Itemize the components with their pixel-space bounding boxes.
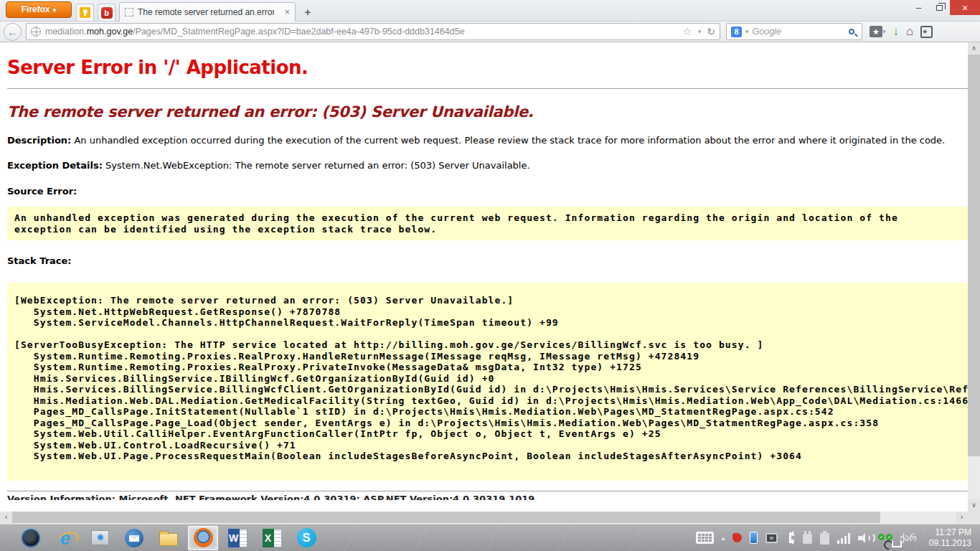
home-button[interactable]: ⌂ <box>906 24 913 39</box>
caret-down-icon: ▾ <box>882 28 886 35</box>
bookmarks-sidebar-button[interactable]: ★ <box>920 26 933 38</box>
back-button[interactable]: ← <box>4 23 22 41</box>
tab-close-icon[interactable]: × <box>284 8 290 17</box>
taskbar-app-internet-explorer[interactable]: e <box>50 526 80 550</box>
notifier-icon[interactable] <box>732 533 742 542</box>
file-explorer-icon <box>159 533 178 546</box>
taskbar-app-excel[interactable]: X <box>257 526 287 550</box>
horizontal-scroll-thumb[interactable] <box>12 512 880 523</box>
taskbar-app-firefox[interactable] <box>188 526 218 550</box>
network-signal-icon[interactable] <box>837 532 850 544</box>
scrollbar-corner <box>968 512 980 523</box>
exception-text: System.Net.WebException: The remote serv… <box>103 160 530 171</box>
new-tab-button[interactable]: + <box>298 6 317 19</box>
bluetooth-icon[interactable] <box>789 532 791 543</box>
scroll-right-button[interactable]: › <box>956 512 968 523</box>
bookmarks-menu-button[interactable]: ★▾ <box>870 26 886 37</box>
taskbar-app-skype[interactable]: S <box>291 526 321 550</box>
thunderbird-icon <box>125 529 143 547</box>
url-prefix: mediation. <box>45 27 87 37</box>
firefox-icon <box>194 528 213 547</box>
bookmark-star-icon[interactable]: ☆ <box>682 25 692 38</box>
usb-icon[interactable] <box>803 534 812 544</box>
internet-explorer-icon: e <box>60 529 70 547</box>
firefox-menu-button[interactable]: Firefox▾ <box>6 1 72 18</box>
taskbar-app-screen-viewer[interactable] <box>85 526 115 550</box>
navigation-toolbar: ← mediation.moh.gov.ge/Pages/MD_Statment… <box>0 22 980 42</box>
exception-details-line: Exception Details: System.Net.WebExcepti… <box>7 160 968 171</box>
screen-viewer-icon <box>91 530 109 545</box>
check-badge-icon: ✓ <box>878 534 885 540</box>
exception-label: Exception Details: <box>7 160 103 171</box>
url-path: /Pages/MD_StatmentRegPage.aspx?ID=bae2da… <box>133 27 465 37</box>
url-domain: moh.gov.ge <box>87 27 133 37</box>
desktop: Firefox▾ b The remote server returned an… <box>0 0 980 551</box>
firefox-menu-label: Firefox <box>22 4 50 14</box>
clock-date: 09.11.2013 <box>929 538 971 548</box>
excel-icon: X <box>263 529 282 547</box>
pinned-tab-b[interactable]: b <box>98 4 116 21</box>
restore-button[interactable] <box>929 0 950 15</box>
word-doc-shape <box>240 529 248 547</box>
b-favicon-icon: b <box>101 7 113 19</box>
blank-favicon-icon <box>125 8 133 17</box>
volume-icon[interactable] <box>858 532 874 544</box>
divider <box>7 88 968 89</box>
search-engine-dropdown-icon[interactable]: ▾ <box>745 28 749 35</box>
stack-trace-box: [WebException: The remote server returne… <box>7 283 968 481</box>
taskbar: e W X S ▴ ✓ ✓ ქარ 11:27 PM09.11.2013 <box>0 524 980 551</box>
taskbar-app-thunderbird[interactable] <box>119 526 149 550</box>
taskbar-clock[interactable]: 11:27 PM09.11.2013 <box>929 527 971 549</box>
downloads-button[interactable]: ↓ <box>893 24 900 39</box>
source-error-box: An unhandled exception was generated dur… <box>7 207 968 240</box>
error-subtitle: The remote server returned an error: (50… <box>7 103 968 121</box>
horizontal-scrollbar[interactable]: ‹ › <box>0 512 968 523</box>
active-tab[interactable]: The remote server returned an error: (… … <box>119 2 296 22</box>
bookmarks-star-icon: ★ <box>870 26 882 37</box>
source-error-label: Source Error: <box>7 186 968 197</box>
tray-expand-icon[interactable]: ▴ <box>722 534 725 542</box>
google-engine-icon[interactable]: 8 <box>731 27 742 37</box>
display-icon[interactable] <box>765 533 778 543</box>
taskbar-apps: e W X S <box>16 526 321 550</box>
taskbar-app-word[interactable]: W <box>222 526 253 550</box>
tab-title: The remote server returned an error: (… <box>138 7 274 17</box>
caret-down-icon: ▾ <box>53 6 57 14</box>
scroll-down-button[interactable]: ∨ <box>968 499 980 512</box>
description-label: Description: <box>7 135 71 146</box>
version-info-clipped: Version Information: Microsoft .NET Fram… <box>7 494 968 500</box>
scroll-up-button[interactable]: ∧ <box>968 42 980 55</box>
reload-icon[interactable]: ↻ <box>707 26 715 37</box>
close-button[interactable]: × <box>950 0 980 15</box>
clock-time: 11:27 PM <box>936 527 971 537</box>
description-line: Description: An unhandled exception occu… <box>7 135 968 146</box>
vertical-scrollbar[interactable]: ∧ ∨ <box>968 42 980 512</box>
divider <box>7 491 968 491</box>
check-badge-icon: ✓ <box>886 534 892 540</box>
lightbulb-icon <box>80 7 90 18</box>
pinned-tab-notes[interactable] <box>76 4 94 21</box>
description-text: An unhandled exception occurred during t… <box>71 135 945 146</box>
globe-icon <box>31 27 41 37</box>
restore-icon <box>936 5 943 11</box>
battery-blue-icon[interactable] <box>750 532 758 544</box>
vertical-scroll-thumb[interactable] <box>968 55 980 456</box>
search-icon[interactable] <box>849 29 854 34</box>
language-indicator[interactable]: ქარ <box>900 532 917 543</box>
url-bar[interactable]: mediation.moh.gov.ge/Pages/MD_StatmentRe… <box>26 23 720 40</box>
scroll-left-button[interactable]: ‹ <box>0 512 12 523</box>
taskbar-app-media-player[interactable] <box>16 526 46 550</box>
touch-keyboard-icon[interactable] <box>696 532 714 544</box>
page-title: Server Error in '/' Application. <box>7 57 968 78</box>
excel-doc-shape <box>274 529 282 547</box>
urlbar-dropdown-icon[interactable]: ▾ <box>698 28 702 35</box>
search-box[interactable]: 8 ▾ Google <box>726 23 862 40</box>
taskbar-app-file-explorer[interactable] <box>154 526 184 550</box>
aspnet-error-page: Server Error in '/' Application. The rem… <box>0 42 968 500</box>
url-text: mediation.moh.gov.ge/Pages/MD_StatmentRe… <box>45 27 678 37</box>
minimize-button[interactable]: – <box>908 0 929 15</box>
battery-icon[interactable] <box>820 533 829 545</box>
word-letter: W <box>228 529 240 547</box>
window-controls: – × <box>908 0 980 15</box>
search-placeholder: Google <box>753 27 845 37</box>
